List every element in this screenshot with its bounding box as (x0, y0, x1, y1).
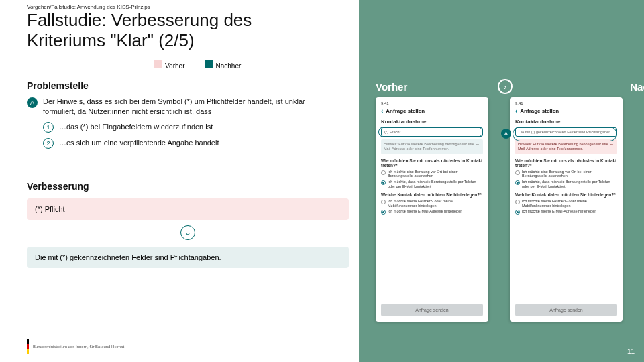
radio[interactable] (381, 200, 386, 204)
breadcrumb: Vorgehen/Fallstudie: Anwendung des KISS-… (27, 4, 150, 10)
note-after: Hinweis: Für die weitere Bearbeitung ben… (515, 139, 617, 154)
radio[interactable] (515, 200, 520, 204)
phone-group: Kontaktaufnahme (381, 119, 483, 125)
page-number: 11 (627, 348, 635, 355)
badge-2: 2 (43, 138, 54, 149)
logo: Bundesministerium des Innern, für Bau un… (27, 339, 124, 354)
badge-a: A (27, 97, 38, 108)
legend-nachher: Nachher (215, 62, 241, 70)
phone-title: Anfrage stellen (386, 108, 425, 114)
q2-opt1: Ich möchte meine Festnetz- oder meine Mo… (388, 199, 483, 208)
after-pill: Die mit (*) gekennzeichneten Felder sind… (27, 247, 349, 268)
problem-heading: Problemstelle (27, 80, 349, 91)
improvement-section: Verbesserung (*) Pflicht ⌄ Die mit (*) g… (27, 181, 349, 268)
legend-vorher: Vorher (165, 62, 184, 70)
radio[interactable] (381, 170, 386, 175)
phone-mockup-vorher: 9:41 ‹Anfrage stellen Kontaktaufnahme (*… (376, 97, 488, 322)
improvement-heading: Verbesserung (27, 181, 349, 192)
q1-opt2: Ich möchte, dass mich die Beratungsstell… (388, 180, 483, 188)
q1: Wie möchten Sie mit uns als nächstes in … (515, 158, 617, 168)
q2-opt2: Ich möchte meine E-Mail-Adresse hinterle… (388, 209, 462, 214)
radio[interactable] (381, 180, 386, 185)
back-icon[interactable]: ‹ (381, 107, 383, 115)
flag-icon (27, 339, 29, 354)
problem-section: Problemstelle A Der Hinweis, dass es sic… (27, 80, 349, 149)
highlight-ring (513, 127, 617, 141)
highlight-ring (378, 127, 483, 137)
phone-time: 9:41 (381, 101, 483, 105)
swatch-vorher (154, 60, 162, 68)
problem-text-a: Der Hinweis, dass es sich bei dem Symbol… (43, 97, 338, 117)
before-pill: (*) Pflicht (27, 198, 349, 220)
swatch-nachher (205, 60, 213, 68)
q1-opt1: Ich möchte eine Beratung vor Ort bei ein… (522, 170, 617, 178)
radio[interactable] (515, 170, 520, 175)
page-title: Fallstudie: Verbesserung des Kriteriums … (27, 11, 268, 51)
badge-1: 1 (43, 122, 54, 133)
problem-bullet-1: …das (*) bei Eingabefeldern wiederzufind… (59, 122, 349, 132)
logo-text: Bundesministerium des Innern, für Bau un… (33, 345, 124, 349)
marker-a: A (501, 129, 511, 139)
radio[interactable] (515, 180, 520, 185)
problem-bullet-2: …es sich um eine verpflichtende Angabe h… (59, 138, 349, 148)
radio[interactable] (515, 210, 520, 215)
q1: Wie möchten Sie mit uns als nächstes in … (381, 158, 483, 168)
radio[interactable] (381, 210, 386, 215)
q2: Welche Kontaktdaten möchten Sie hinterle… (515, 192, 617, 197)
q2-opt1: Ich möchte meine Festnetz- oder meine Mo… (522, 199, 617, 208)
phone-mockup-nachher: 9:41 ‹Anfrage stellen Kontaktaufnahme Di… (510, 97, 623, 322)
label-vorher: Vorher (376, 81, 407, 93)
q1-opt2: Ich möchte, dass mich die Beratungsstell… (522, 180, 617, 188)
legend: Vorher Nachher (154, 60, 241, 70)
chevron-right-icon: › (498, 79, 513, 94)
note-before: Hinweis: Für die weitere Bearbeitung ben… (381, 139, 483, 154)
label-nachher: Nachher (630, 81, 644, 93)
phone-title: Anfrage stellen (520, 108, 559, 114)
send-button[interactable]: Anfrage senden (381, 304, 483, 316)
q2-opt2: Ich möchte meine E-Mail-Adresse hinterle… (522, 209, 596, 214)
phone-time: 9:41 (515, 101, 617, 105)
q1-opt1: Ich möchte eine Beratung vor Ort bei ein… (388, 170, 483, 178)
arrow-down-icon: ⌄ (180, 225, 195, 240)
phone-group: Kontaktaufnahme (515, 119, 617, 125)
back-icon[interactable]: ‹ (515, 107, 517, 115)
q2: Welche Kontaktdaten möchten Sie hinterle… (381, 192, 483, 197)
send-button[interactable]: Anfrage senden (515, 304, 617, 316)
